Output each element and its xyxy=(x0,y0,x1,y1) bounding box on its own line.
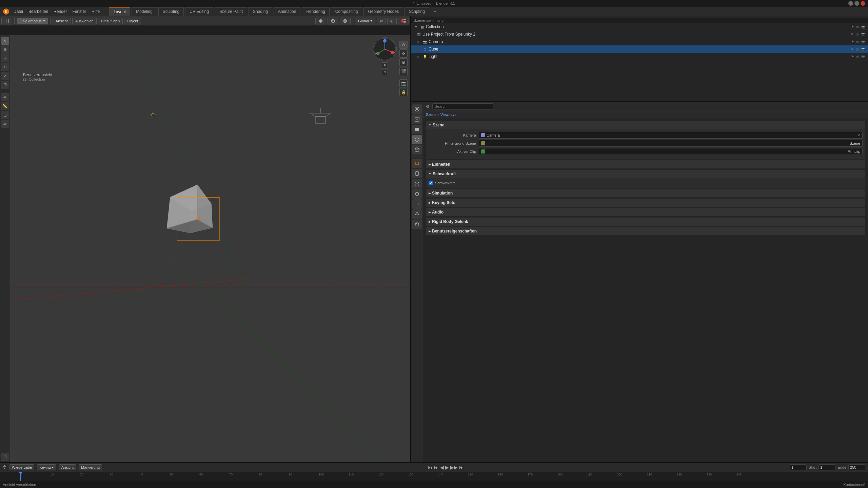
tab-scripting[interactable]: Scripting xyxy=(405,7,429,16)
gizmo-btn[interactable]: ✛ xyxy=(399,49,408,58)
frame-start-field[interactable]: 1 xyxy=(818,464,835,470)
tool-bottom1[interactable]: ⊙ xyxy=(1,453,9,461)
collection-render-btn[interactable]: 📷 xyxy=(861,24,865,29)
tl-next-frame-btn[interactable]: ▶▶ xyxy=(450,465,458,470)
breadcrumb-scene[interactable]: Szene xyxy=(426,113,436,117)
snap-btn[interactable]: 🧲 xyxy=(398,18,409,24)
schwerkraft-checkbox[interactable] xyxy=(429,181,433,185)
kamera-value[interactable]: Camera ✕ xyxy=(479,132,863,139)
proportional-edit-btn[interactable]: ◎ xyxy=(387,18,397,24)
tl-jump-start-btn[interactable]: ⏮ xyxy=(428,465,433,470)
tool-rotate[interactable]: ↻ xyxy=(1,63,9,71)
tl-prev-keyframe-btn[interactable]: ⏭ xyxy=(434,465,439,470)
overlay-btn[interactable]: ⊙ xyxy=(399,41,408,49)
tool-cursor[interactable]: ⊕ xyxy=(1,45,9,54)
props-viewlayer-btn[interactable] xyxy=(412,125,422,134)
section-simulation-header[interactable]: ▶ Simulation xyxy=(426,189,865,197)
props-constraints-btn[interactable] xyxy=(412,199,422,209)
tool-add-cube[interactable]: ◻ xyxy=(1,111,9,119)
collection-eye-btn[interactable]: 👁 xyxy=(850,24,854,29)
section-einheiten-header[interactable]: ▶ Einheiten xyxy=(426,160,865,168)
props-objectdata-btn[interactable] xyxy=(412,209,422,219)
tab-rendering[interactable]: Rendering xyxy=(302,7,329,16)
close-btn[interactable]: ✕ xyxy=(861,1,865,6)
tool-measure[interactable]: 📏 xyxy=(1,102,9,110)
tab-layout[interactable]: Layout xyxy=(109,7,130,16)
editor-type-btn[interactable] xyxy=(1,18,12,24)
navigation-gizmo[interactable]: Z X Y P O xyxy=(373,37,397,75)
tab-geometry-nodes[interactable]: Geometry Nodes xyxy=(363,7,403,16)
tl-prev-frame-btn[interactable]: ◀ xyxy=(440,465,444,470)
menu-fenster[interactable]: Fenster xyxy=(70,7,89,16)
tl-markierung-btn[interactable]: Markierung xyxy=(79,464,102,470)
props-render-btn[interactable] xyxy=(412,104,422,114)
tl-ansicht-btn[interactable]: Ansicht xyxy=(59,464,76,470)
cube-render-btn[interactable]: 📷 xyxy=(861,47,865,52)
tool-annotate[interactable]: ✏ xyxy=(1,93,9,101)
spelunky-render-btn[interactable]: 📷 xyxy=(861,32,865,37)
tool-add-plane[interactable]: ▱ xyxy=(1,120,9,128)
menu-render[interactable]: Render xyxy=(51,7,70,16)
props-particles-btn[interactable] xyxy=(412,179,422,188)
gizmo-orthogonal-btn[interactable]: O xyxy=(382,69,388,75)
frame-end-field[interactable]: 250 xyxy=(848,464,865,470)
tab-shading[interactable]: Shading xyxy=(249,7,272,16)
camera-eye-btn[interactable]: 👁 xyxy=(850,39,854,44)
spelunky-eye-btn[interactable]: 👁 xyxy=(850,32,854,37)
auswahlen-btn[interactable]: Auswählen xyxy=(72,18,97,24)
outliner-item-cube[interactable]: ▶ ◻ Cube 👁 ◎ 📷 xyxy=(411,45,868,53)
outliner-item-light[interactable]: ▶ 💡 Light 👁 ◎ 📷 xyxy=(411,53,868,60)
props-output-btn[interactable] xyxy=(412,115,422,124)
tool-scale[interactable]: ⤢ xyxy=(1,72,9,80)
cube-select-btn[interactable]: ◎ xyxy=(855,47,860,52)
cube-eye-btn[interactable]: 👁 xyxy=(850,47,854,52)
section-schwerkraft-header[interactable]: ▼ Schwerkraft xyxy=(426,170,865,178)
tab-animation[interactable]: Animation xyxy=(274,7,300,16)
menu-datei[interactable]: Datei xyxy=(11,7,26,16)
viewport-shading-btn[interactable]: ◉ xyxy=(399,58,408,66)
collection-select-btn[interactable]: ◎ xyxy=(855,24,860,29)
tl-jump-end-btn[interactable]: ⏭ xyxy=(459,465,464,470)
viewport-shading-rendered[interactable] xyxy=(340,18,351,24)
section-audio-header[interactable]: ▶ Audio xyxy=(426,208,865,216)
props-scene-btn[interactable] xyxy=(412,135,422,144)
snap-view-btn[interactable]: 📷 xyxy=(399,79,408,87)
tool-transform[interactable]: ⊞ xyxy=(1,81,9,89)
viewport-shading-solid[interactable] xyxy=(315,18,326,24)
camera-select-btn[interactable]: ◎ xyxy=(855,39,860,44)
section-keying-sets-header[interactable]: ▶ Keying Sets xyxy=(426,199,865,207)
tl-keying-btn[interactable]: Keying ▾ xyxy=(37,464,56,470)
props-object-btn[interactable] xyxy=(412,159,422,168)
transform-btn[interactable]: ⊕ xyxy=(377,18,386,24)
gizmo-perspective-btn[interactable]: P xyxy=(382,62,388,68)
section-rigid-body-header[interactable]: ▶ Rigid Body Gelenk xyxy=(426,218,865,226)
tab-modeling[interactable]: Modeling xyxy=(132,7,157,16)
spelunky-select-btn[interactable]: ◎ xyxy=(855,32,860,37)
section-benutz-header[interactable]: ▶ Benutzereigenschaften xyxy=(426,227,865,235)
breadcrumb-viewlayer[interactable]: ViewLayer xyxy=(440,113,458,117)
camera-render-btn[interactable]: 📷 xyxy=(861,39,865,44)
tab-texture-paint[interactable]: Texture Paint xyxy=(215,7,247,16)
gizmo-circle[interactable]: Z X Y xyxy=(373,37,397,61)
global-btn[interactable]: Global ▾ xyxy=(355,18,375,24)
cube-object[interactable] xyxy=(178,199,219,239)
outliner-item-camera[interactable]: ▶ 📷 Camera 👁 ◎ 📷 xyxy=(411,38,868,45)
menu-hilfe[interactable]: Hilfe xyxy=(89,7,102,16)
hintergrund-value[interactable]: Szene xyxy=(479,140,863,147)
props-material-btn[interactable] xyxy=(412,220,422,229)
tab-compositing[interactable]: Compositing xyxy=(331,7,362,16)
timeline-playhead[interactable] xyxy=(20,472,21,481)
tab-uv-editing[interactable]: UV Editing xyxy=(185,7,213,16)
minimize-btn[interactable]: ─ xyxy=(848,1,853,6)
light-render-btn[interactable]: 📷 xyxy=(861,54,865,59)
timeline-track[interactable]: 1 10 20 30 40 50 60 70 80 90 100 110 120… xyxy=(0,472,868,481)
light-eye-btn[interactable]: 👁 xyxy=(850,54,854,59)
hinzufugen-btn[interactable]: Hinzufügen xyxy=(98,18,123,24)
clip-value[interactable]: Filmclip xyxy=(479,148,863,155)
props-physics-btn[interactable] xyxy=(412,189,422,199)
tab-sculpting[interactable]: Sculpting xyxy=(158,7,184,16)
mode-select[interactable]: Objektmodus ▾ xyxy=(17,18,48,24)
render-preview-btn[interactable]: 🎬 xyxy=(399,67,408,75)
window-controls[interactable]: ─ □ ✕ xyxy=(848,1,865,6)
viewport-shading-material[interactable] xyxy=(328,18,338,24)
